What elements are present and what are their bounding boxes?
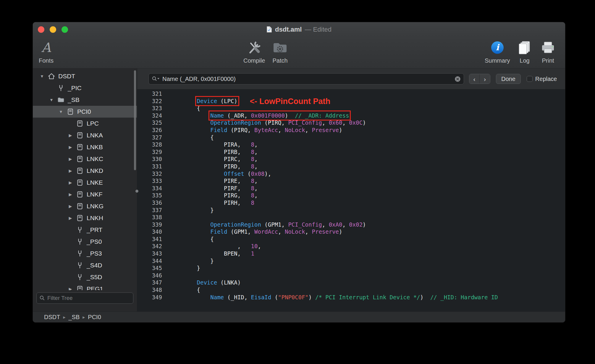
sidebar-item-_s4d[interactable]: _S4D (33, 259, 137, 271)
find-bar: ‹ › Done Replace (137, 69, 565, 90)
patch-button[interactable]: Patch (272, 39, 288, 64)
sidebar-item-lnkc[interactable]: ▶LNKC (33, 153, 137, 165)
breadcrumb-separator: ▸ (83, 314, 85, 320)
filter-area (33, 290, 137, 311)
disclosure-triangle[interactable]: ▶ (65, 204, 75, 209)
sidebar-item-lpc[interactable]: LPC (33, 118, 137, 129)
filter-tree-input[interactable] (47, 293, 131, 303)
sidebar-item-lnkf[interactable]: ▶LNKF (33, 188, 137, 200)
replace-checkbox[interactable] (527, 76, 533, 82)
device-icon (66, 108, 75, 116)
code-line: 333 PIRE, 8, (137, 177, 565, 185)
search-field[interactable] (148, 73, 464, 84)
code-line: 339 OperationRegion (GPM1, PCI_Config, 0… (137, 221, 565, 228)
disclosure-triangle[interactable]: ▶ (65, 157, 75, 161)
disclosure-triangle[interactable]: ▶ (65, 145, 75, 150)
log-button[interactable]: Log (517, 39, 532, 64)
disclosure-triangle[interactable]: ▶ (65, 192, 75, 197)
search-menu-icon[interactable] (152, 76, 160, 82)
replace-toggle[interactable]: Replace (527, 76, 557, 82)
sidebar-item-lnkg[interactable]: ▶LNKG (33, 200, 137, 212)
disclosure-triangle[interactable]: ▼ (37, 74, 47, 79)
line-number: 328 (137, 141, 170, 148)
device-icon (75, 285, 84, 290)
line-number: 339 (137, 221, 170, 228)
sidebar-item-label: _PIC (68, 84, 82, 92)
sidebar-item-lnkd[interactable]: ▶LNKD (33, 165, 137, 177)
done-button[interactable]: Done (496, 74, 521, 84)
filter-field[interactable] (36, 292, 133, 304)
sidebar-item-_s5d[interactable]: _S5D (33, 271, 137, 283)
sidebar-item-label: PCI0 (77, 108, 91, 115)
sidebar-item-_pic[interactable]: _PIC (33, 82, 137, 94)
breadcrumb-dsdt[interactable]: DSDT (44, 314, 60, 321)
code-lines: 321322 Device (LPC)<- LowPinCount Path32… (137, 90, 565, 301)
disclosure-triangle[interactable]: ▶ (65, 180, 75, 185)
sidebar-item-_sb[interactable]: ▼_SB (33, 94, 137, 106)
sidebar-item-lnke[interactable]: ▶LNKE (33, 177, 137, 188)
sidebar-item-_ps3[interactable]: _PS3 (33, 248, 137, 259)
summary-button[interactable]: i Summary (485, 39, 510, 64)
code-line: 344 } (137, 257, 565, 265)
device-icon (75, 214, 84, 222)
disclosure-triangle[interactable]: ▶ (65, 216, 75, 220)
disclosure-triangle[interactable]: ▶ (65, 133, 75, 138)
sidebar-item-lnkb[interactable]: ▶LNKB (33, 141, 137, 153)
fonts-button[interactable]: A Fonts (39, 39, 54, 64)
code-line: 336 PIRH, 8 (137, 199, 565, 207)
code-line-text: BPEN, 1 (170, 250, 254, 257)
compile-tools-icon (246, 39, 263, 56)
sidebar-item-label: _S5D (87, 274, 102, 281)
splitter-handle[interactable] (135, 190, 138, 193)
line-number: 343 (137, 250, 170, 257)
compile-button[interactable]: Compile (243, 39, 265, 64)
method-icon (75, 238, 84, 246)
annotation-box: Device (LPC) (197, 98, 237, 104)
disclosure-triangle[interactable]: ▼ (46, 98, 56, 102)
line-number: 324 (137, 112, 170, 119)
method-icon (75, 273, 84, 281)
document-proxy-icon[interactable] (266, 26, 272, 33)
code-line: 328 PIRA, 8, (137, 141, 565, 148)
code-line-text: } (170, 207, 214, 213)
sidebar-item-peg1[interactable]: ▶PEG1 (33, 283, 137, 290)
find-previous-button[interactable]: ‹ (469, 74, 480, 84)
clear-search-icon[interactable] (455, 76, 461, 82)
sidebar-item-_ps0[interactable]: _PS0 (33, 236, 137, 248)
code-line: 345 } (137, 264, 565, 272)
house-icon (47, 72, 56, 80)
line-number: 340 (137, 228, 170, 235)
breadcrumb-pci0[interactable]: PCI0 (88, 314, 101, 321)
line-number: 322 (137, 98, 170, 105)
desktop: dsdt.aml — Edited A Fonts Compil (0, 0, 595, 364)
maciasl-window: dsdt.aml — Edited A Fonts Compil (33, 22, 565, 323)
disclosure-triangle[interactable]: ▶ (65, 287, 75, 290)
sidebar-item-label: LNKG (87, 203, 104, 210)
device-icon (75, 155, 84, 163)
main-split-view: ▼DSDT_PIC▼_SB▼PCI0LPC▶LNKA▶LNKB▶LNKC▶LNK… (33, 69, 565, 311)
sidebar-item-dsdt[interactable]: ▼DSDT (33, 70, 137, 82)
sidebar-item-pci0[interactable]: ▼PCI0 (33, 106, 137, 118)
sidebar-item-lnkh[interactable]: ▶LNKH (33, 212, 137, 224)
find-next-button[interactable]: › (480, 74, 490, 84)
sidebar-scrollbar[interactable] (134, 70, 136, 170)
breadcrumb-separator: ▸ (63, 314, 65, 320)
line-number: 338 (137, 214, 170, 221)
line-number: 329 (137, 148, 170, 156)
code-editor[interactable]: 321322 Device (LPC)<- LowPinCount Path32… (137, 90, 565, 311)
device-icon (75, 167, 84, 175)
code-line-text: Field (PIRQ, ByteAcc, NoLock, Preserve) (170, 127, 342, 133)
disclosure-triangle[interactable]: ▶ (65, 168, 75, 173)
search-input[interactable] (162, 75, 455, 83)
sidebar-item-lnka[interactable]: ▶LNKA (33, 129, 137, 141)
sidebar-item-label: LNKA (87, 132, 103, 139)
titlebar[interactable]: dsdt.aml — Edited (33, 22, 565, 37)
sidebar-item-_prt[interactable]: _PRT (33, 224, 137, 236)
breadcrumb-sb[interactable]: _SB (68, 314, 80, 321)
device-icon (75, 131, 84, 139)
sidebar-item-label: LNKE (87, 179, 103, 186)
disclosure-triangle[interactable]: ▼ (56, 109, 66, 114)
fonts-icon: A (41, 39, 51, 56)
print-button[interactable]: Print (540, 39, 556, 64)
code-line: 323 { (137, 105, 565, 112)
